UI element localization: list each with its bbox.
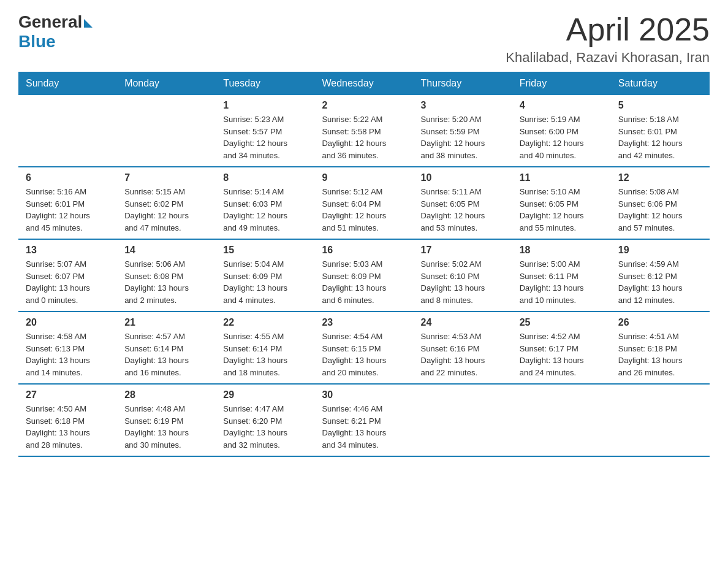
calendar-cell: 5Sunrise: 5:18 AM Sunset: 6:01 PM Daylig…: [611, 95, 710, 167]
weekday-header-thursday: Thursday: [414, 72, 512, 95]
calendar-cell: 26Sunrise: 4:51 AM Sunset: 6:18 PM Dayli…: [611, 312, 710, 384]
calendar-cell: 7Sunrise: 5:15 AM Sunset: 6:02 PM Daylig…: [117, 167, 216, 239]
calendar-cell: 27Sunrise: 4:50 AM Sunset: 6:18 PM Dayli…: [18, 384, 117, 456]
weekday-header-row: SundayMondayTuesdayWednesdayThursdayFrid…: [18, 72, 710, 95]
day-number: 2: [322, 100, 406, 111]
calendar-cell: 21Sunrise: 4:57 AM Sunset: 6:14 PM Dayli…: [117, 312, 216, 384]
day-info: Sunrise: 5:19 AM Sunset: 6:00 PM Dayligh…: [520, 113, 604, 161]
day-number: 5: [618, 100, 702, 111]
month-title: April 2025: [506, 12, 710, 47]
day-number: 28: [124, 389, 208, 400]
location-title: Khalilabad, Razavi Khorasan, Iran: [506, 50, 710, 66]
day-number: 29: [223, 389, 307, 400]
logo-arrow-icon: [84, 19, 93, 28]
calendar-cell: [117, 95, 216, 167]
day-number: 19: [618, 245, 702, 256]
day-number: 13: [26, 245, 110, 256]
calendar-cell: 13Sunrise: 5:07 AM Sunset: 6:07 PM Dayli…: [18, 239, 117, 312]
calendar-cell: 28Sunrise: 4:48 AM Sunset: 6:19 PM Dayli…: [117, 384, 216, 456]
day-number: 14: [124, 245, 208, 256]
day-info: Sunrise: 4:51 AM Sunset: 6:18 PM Dayligh…: [618, 331, 702, 378]
calendar-cell: 15Sunrise: 5:04 AM Sunset: 6:09 PM Dayli…: [216, 239, 314, 312]
logo-blue-text: Blue: [18, 32, 56, 52]
day-number: 1: [223, 100, 307, 111]
day-number: 21: [124, 317, 208, 328]
calendar-cell: 18Sunrise: 5:00 AM Sunset: 6:11 PM Dayli…: [512, 239, 611, 312]
logo-general-text: General: [18, 12, 82, 32]
day-number: 4: [520, 100, 604, 111]
weekday-header-monday: Monday: [117, 72, 216, 95]
calendar-cell: 9Sunrise: 5:12 AM Sunset: 6:04 PM Daylig…: [314, 167, 413, 239]
calendar-table: SundayMondayTuesdayWednesdayThursdayFrid…: [18, 72, 710, 457]
calendar-cell: 19Sunrise: 4:59 AM Sunset: 6:12 PM Dayli…: [611, 239, 710, 312]
weekday-header-saturday: Saturday: [611, 72, 710, 95]
day-info: Sunrise: 4:46 AM Sunset: 6:21 PM Dayligh…: [322, 403, 406, 451]
day-info: Sunrise: 4:48 AM Sunset: 6:19 PM Dayligh…: [124, 403, 208, 451]
day-info: Sunrise: 4:47 AM Sunset: 6:20 PM Dayligh…: [223, 403, 307, 451]
calendar-cell: 25Sunrise: 4:52 AM Sunset: 6:17 PM Dayli…: [512, 312, 611, 384]
day-number: 22: [223, 317, 307, 328]
calendar-body: 1Sunrise: 5:23 AM Sunset: 5:57 PM Daylig…: [18, 95, 710, 456]
day-info: Sunrise: 5:03 AM Sunset: 6:09 PM Dayligh…: [322, 258, 406, 306]
calendar-cell: 6Sunrise: 5:16 AM Sunset: 6:01 PM Daylig…: [18, 167, 117, 239]
day-number: 20: [26, 317, 110, 328]
day-number: 11: [520, 172, 604, 183]
page-header: General Blue April 2025 Khalilabad, Raza…: [18, 12, 710, 66]
calendar-cell: 29Sunrise: 4:47 AM Sunset: 6:20 PM Dayli…: [216, 384, 314, 456]
calendar-cell: 24Sunrise: 4:53 AM Sunset: 6:16 PM Dayli…: [414, 312, 512, 384]
day-info: Sunrise: 5:06 AM Sunset: 6:08 PM Dayligh…: [124, 258, 208, 306]
day-info: Sunrise: 5:00 AM Sunset: 6:11 PM Dayligh…: [520, 258, 604, 306]
day-number: 23: [322, 317, 406, 328]
day-info: Sunrise: 5:15 AM Sunset: 6:02 PM Dayligh…: [124, 186, 208, 234]
day-info: Sunrise: 5:23 AM Sunset: 5:57 PM Dayligh…: [223, 113, 307, 161]
calendar-cell: 20Sunrise: 4:58 AM Sunset: 6:13 PM Dayli…: [18, 312, 117, 384]
day-number: 15: [223, 245, 307, 256]
day-info: Sunrise: 4:55 AM Sunset: 6:14 PM Dayligh…: [223, 331, 307, 378]
day-number: 3: [421, 100, 505, 111]
weekday-header-friday: Friday: [512, 72, 611, 95]
day-info: Sunrise: 5:10 AM Sunset: 6:05 PM Dayligh…: [520, 186, 604, 234]
day-info: Sunrise: 5:07 AM Sunset: 6:07 PM Dayligh…: [26, 258, 110, 306]
calendar-week-row: 13Sunrise: 5:07 AM Sunset: 6:07 PM Dayli…: [18, 239, 710, 312]
calendar-cell: [414, 384, 512, 456]
day-number: 30: [322, 389, 406, 400]
calendar-cell: 22Sunrise: 4:55 AM Sunset: 6:14 PM Dayli…: [216, 312, 314, 384]
day-info: Sunrise: 5:02 AM Sunset: 6:10 PM Dayligh…: [421, 258, 505, 306]
calendar-cell: 2Sunrise: 5:22 AM Sunset: 5:58 PM Daylig…: [314, 95, 413, 167]
day-info: Sunrise: 4:54 AM Sunset: 6:15 PM Dayligh…: [322, 331, 406, 378]
calendar-cell: 23Sunrise: 4:54 AM Sunset: 6:15 PM Dayli…: [314, 312, 413, 384]
calendar-cell: 8Sunrise: 5:14 AM Sunset: 6:03 PM Daylig…: [216, 167, 314, 239]
calendar-cell: 12Sunrise: 5:08 AM Sunset: 6:06 PM Dayli…: [611, 167, 710, 239]
calendar-cell: 30Sunrise: 4:46 AM Sunset: 6:21 PM Dayli…: [314, 384, 413, 456]
calendar-cell: 3Sunrise: 5:20 AM Sunset: 5:59 PM Daylig…: [414, 95, 512, 167]
day-number: 27: [26, 389, 110, 400]
calendar-cell: 10Sunrise: 5:11 AM Sunset: 6:05 PM Dayli…: [414, 167, 512, 239]
day-info: Sunrise: 4:57 AM Sunset: 6:14 PM Dayligh…: [124, 331, 208, 378]
calendar-cell: [512, 384, 611, 456]
calendar-week-row: 20Sunrise: 4:58 AM Sunset: 6:13 PM Dayli…: [18, 312, 710, 384]
day-info: Sunrise: 5:14 AM Sunset: 6:03 PM Dayligh…: [223, 186, 307, 234]
calendar-cell: 16Sunrise: 5:03 AM Sunset: 6:09 PM Dayli…: [314, 239, 413, 312]
day-number: 26: [618, 317, 702, 328]
day-info: Sunrise: 5:11 AM Sunset: 6:05 PM Dayligh…: [421, 186, 505, 234]
day-number: 12: [618, 172, 702, 183]
day-info: Sunrise: 5:16 AM Sunset: 6:01 PM Dayligh…: [26, 186, 110, 234]
weekday-header-sunday: Sunday: [18, 72, 117, 95]
day-number: 18: [520, 245, 604, 256]
day-number: 8: [223, 172, 307, 183]
day-number: 7: [124, 172, 208, 183]
calendar-week-row: 1Sunrise: 5:23 AM Sunset: 5:57 PM Daylig…: [18, 95, 710, 167]
day-info: Sunrise: 5:08 AM Sunset: 6:06 PM Dayligh…: [618, 186, 702, 234]
day-info: Sunrise: 5:12 AM Sunset: 6:04 PM Dayligh…: [322, 186, 406, 234]
day-number: 17: [421, 245, 505, 256]
day-info: Sunrise: 4:50 AM Sunset: 6:18 PM Dayligh…: [26, 403, 110, 451]
day-info: Sunrise: 5:18 AM Sunset: 6:01 PM Dayligh…: [618, 113, 702, 161]
calendar-cell: 1Sunrise: 5:23 AM Sunset: 5:57 PM Daylig…: [216, 95, 314, 167]
calendar-header: SundayMondayTuesdayWednesdayThursdayFrid…: [18, 72, 710, 95]
day-info: Sunrise: 5:20 AM Sunset: 5:59 PM Dayligh…: [421, 113, 505, 161]
logo: General Blue: [18, 12, 93, 52]
calendar-cell: 11Sunrise: 5:10 AM Sunset: 6:05 PM Dayli…: [512, 167, 611, 239]
calendar-cell: 17Sunrise: 5:02 AM Sunset: 6:10 PM Dayli…: [414, 239, 512, 312]
day-info: Sunrise: 4:59 AM Sunset: 6:12 PM Dayligh…: [618, 258, 702, 306]
day-number: 9: [322, 172, 406, 183]
